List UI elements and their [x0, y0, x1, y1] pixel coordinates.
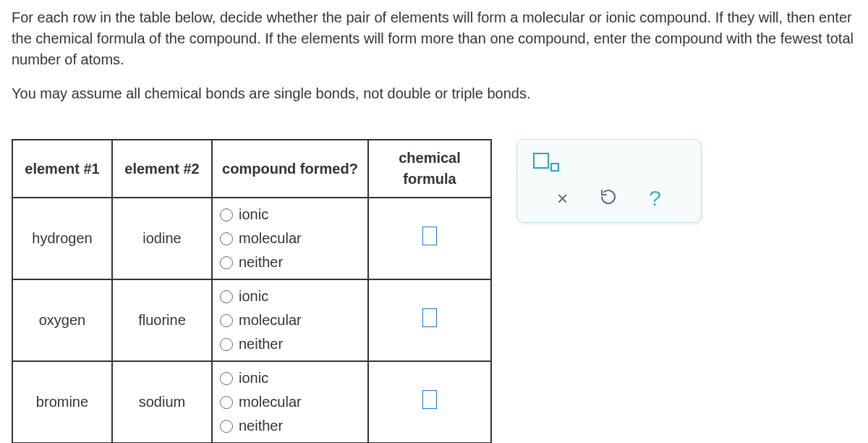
radio-option-neither[interactable]: neither	[220, 415, 360, 436]
question-icon: ?	[649, 186, 661, 210]
header-chemical-formula: chemical formula	[368, 140, 491, 198]
tool-row-bottom: × ?	[533, 187, 685, 209]
instruction-paragraph-1: For each row in the table below, decide …	[12, 7, 856, 70]
table-row: bromine sodium ionic molecular	[12, 361, 491, 443]
compound-radio-group: ionic molecular neither	[220, 284, 360, 356]
chemical-formula-input[interactable]	[422, 390, 437, 409]
radio-molecular[interactable]	[220, 396, 233, 409]
tool-panel: × ?	[516, 139, 702, 223]
radio-option-molecular[interactable]: molecular	[220, 228, 360, 249]
chemical-formula-input[interactable]	[422, 308, 437, 327]
header-element-2: element #2	[112, 140, 212, 198]
clear-button[interactable]: ×	[557, 189, 568, 208]
element-1-cell: oxygen	[12, 279, 112, 361]
radio-ionic[interactable]	[220, 290, 233, 303]
radio-label: ionic	[239, 368, 268, 389]
radio-option-ionic[interactable]: ionic	[220, 204, 360, 225]
radio-label: molecular	[239, 392, 302, 413]
radio-label: molecular	[239, 228, 302, 249]
radio-option-neither[interactable]: neither	[220, 334, 360, 355]
element-1-cell: bromine	[12, 361, 112, 443]
radio-option-molecular[interactable]: molecular	[220, 310, 360, 331]
radio-label: ionic	[239, 204, 268, 225]
radio-label: neither	[239, 334, 283, 355]
compound-table: element #1 element #2 compound formed? c…	[12, 139, 492, 443]
element-2-cell: sodium	[112, 361, 212, 443]
element-1-cell: hydrogen	[12, 198, 112, 279]
subscript-square-icon	[550, 163, 559, 172]
radio-option-neither[interactable]: neither	[220, 252, 360, 273]
compound-radio-group: ionic molecular neither	[220, 203, 360, 274]
compound-radio-group: ionic molecular neither	[220, 366, 360, 438]
x-icon: ×	[557, 187, 568, 209]
radio-molecular[interactable]	[220, 314, 233, 327]
reset-icon	[600, 188, 617, 206]
radio-option-ionic[interactable]: ionic	[220, 368, 360, 389]
header-element-1: element #1	[12, 140, 112, 198]
radio-molecular[interactable]	[220, 232, 233, 245]
instruction-paragraph-2: You may assume all chemical bonds are si…	[12, 83, 856, 104]
radio-label: molecular	[239, 310, 302, 331]
radio-label: neither	[239, 415, 283, 436]
radio-option-molecular[interactable]: molecular	[220, 392, 360, 413]
subscript-toggle-button[interactable]	[533, 153, 559, 172]
radio-neither[interactable]	[220, 338, 233, 351]
header-compound-formed: compound formed?	[212, 140, 368, 198]
reset-button[interactable]	[600, 188, 617, 208]
help-button[interactable]: ?	[649, 187, 661, 209]
radio-label: neither	[239, 252, 283, 273]
radio-neither[interactable]	[220, 256, 233, 269]
radio-ionic[interactable]	[220, 208, 233, 222]
instructions: For each row in the table below, decide …	[12, 7, 856, 104]
element-2-cell: fluorine	[112, 279, 212, 361]
radio-ionic[interactable]	[220, 372, 233, 385]
square-icon	[533, 153, 549, 169]
radio-label: ionic	[239, 286, 268, 307]
chemical-formula-input[interactable]	[422, 227, 437, 245]
radio-option-ionic[interactable]: ionic	[220, 286, 360, 307]
element-2-cell: iodine	[112, 198, 212, 279]
tool-row-top	[533, 153, 685, 172]
table-row: oxygen fluorine ionic molecular	[12, 279, 491, 361]
table-row: hydrogen iodine ionic molecular	[12, 198, 491, 279]
radio-neither[interactable]	[220, 420, 233, 433]
